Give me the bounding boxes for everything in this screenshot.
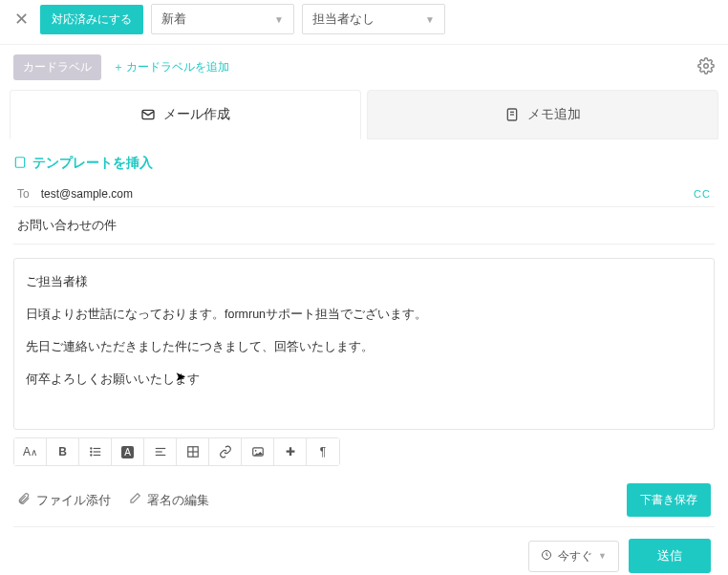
card-label-pill[interactable]: カードラベル: [13, 54, 101, 80]
svg-point-10: [90, 451, 91, 452]
svg-point-11: [90, 455, 91, 456]
caret-down-icon: ▼: [598, 551, 607, 561]
schedule-select[interactable]: 今すぐ ▼: [528, 541, 619, 572]
note-icon: [504, 107, 520, 122]
edit-signature-label: 署名の編集: [147, 492, 209, 509]
plus-icon: ＋: [113, 59, 124, 75]
plus-tool-button[interactable]: ✚: [274, 438, 307, 465]
font-size-button[interactable]: A∧: [14, 438, 47, 465]
bold-button[interactable]: B: [47, 438, 79, 465]
svg-point-19: [254, 450, 256, 452]
caret-down-icon: ▼: [425, 14, 435, 25]
paragraph-button[interactable]: ¶: [307, 438, 339, 465]
tab-memo-label: メモ追加: [527, 106, 581, 123]
body-line: 何卒よろしくお願いいたします: [26, 370, 702, 389]
paperclip-icon: [17, 492, 31, 508]
list-button[interactable]: [79, 438, 112, 465]
subject-input[interactable]: お問い合わせの件: [13, 207, 715, 245]
mark-done-button[interactable]: 対応済みにする: [40, 5, 143, 34]
attach-file-button[interactable]: ファイル添付: [17, 492, 111, 509]
clock-icon: [541, 549, 552, 564]
add-label-text: カードラベルを追加: [126, 59, 229, 75]
insert-template-label: テンプレートを挿入: [32, 155, 153, 172]
color-button[interactable]: A: [112, 438, 144, 465]
cc-button[interactable]: CC: [694, 188, 711, 200]
status-value: 新着: [161, 11, 186, 28]
pencil-icon: [128, 492, 141, 508]
align-button[interactable]: [144, 438, 177, 465]
close-icon[interactable]: ✕: [10, 9, 32, 30]
body-line: ご担当者様: [26, 272, 702, 291]
template-icon: [13, 156, 27, 172]
tab-compose-label: メール作成: [163, 106, 230, 123]
svg-rect-5: [15, 157, 24, 167]
image-button[interactable]: [242, 438, 274, 465]
edit-signature-button[interactable]: 署名の編集: [128, 492, 209, 509]
caret-down-icon: ▼: [274, 14, 284, 25]
body-line: 先日ご連絡いただきました件につきまして、回答いたします。: [26, 337, 702, 356]
tab-add-memo[interactable]: メモ追加: [367, 90, 718, 139]
add-card-label-button[interactable]: ＋ カードラベルを追加: [113, 59, 229, 75]
assignee-select[interactable]: 担当者なし ▼: [302, 4, 445, 34]
editor-toolbar: A∧ B A ✚ ¶: [13, 437, 340, 466]
tab-compose-mail[interactable]: メール作成: [10, 90, 361, 139]
attach-file-label: ファイル添付: [36, 492, 111, 509]
link-button[interactable]: [209, 438, 242, 465]
gear-icon[interactable]: [697, 57, 715, 77]
save-draft-button[interactable]: 下書き保存: [627, 483, 711, 517]
mail-icon: [140, 107, 156, 122]
insert-template-button[interactable]: テンプレートを挿入: [13, 149, 153, 181]
svg-point-9: [90, 448, 91, 449]
svg-point-0: [704, 64, 709, 69]
assignee-value: 担当者なし: [312, 11, 375, 28]
to-label: To: [17, 187, 30, 201]
body-line: 日頃よりお世話になっております。formrunサポート担当でございます。: [26, 305, 702, 324]
status-select[interactable]: 新着 ▼: [151, 4, 294, 34]
send-button[interactable]: 送信: [629, 539, 711, 573]
to-value[interactable]: test@sample.com: [41, 187, 133, 201]
table-button[interactable]: [177, 438, 209, 465]
schedule-label: 今すぐ: [558, 548, 592, 564]
email-body-editor[interactable]: ご担当者様 日頃よりお世話になっております。formrunサポート担当でございま…: [13, 258, 715, 430]
